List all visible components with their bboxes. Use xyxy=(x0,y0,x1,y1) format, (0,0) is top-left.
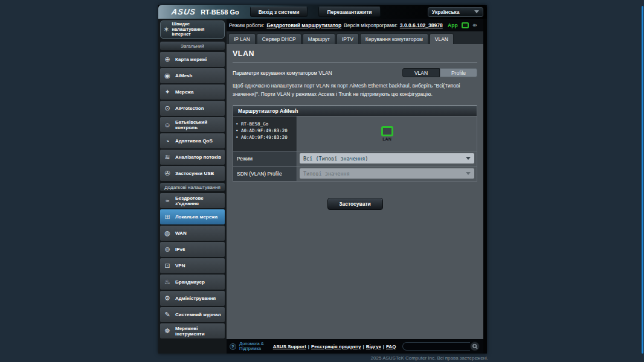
sidebar-item-usb-apps[interactable]: ✇ Застосунки USB xyxy=(160,166,225,181)
app-link[interactable]: App xyxy=(448,22,458,28)
vlan-page: VLAN Параметри керування комутатором VLA… xyxy=(227,44,483,339)
sdn-profile-row-label: SDN (VLAN) Profile xyxy=(233,167,297,181)
footer-link-faq[interactable]: FAQ xyxy=(386,344,396,349)
tab-switch-control[interactable]: Керування комутатором xyxy=(360,33,428,44)
sidebar-item-firewall[interactable]: ♨ Брандмауер xyxy=(160,275,225,290)
device-name: RT-BE58_Go xyxy=(241,121,268,127)
vlan-description: Щоб одночасно налаштувати порт VLAN як п… xyxy=(233,82,477,98)
shield-icon: ⊙ xyxy=(163,104,172,112)
parental-control-icon: ☺ xyxy=(163,121,172,129)
toggle-profile-button[interactable]: Profile xyxy=(440,68,477,77)
usb-apps-icon: ✇ xyxy=(163,170,172,177)
sidebar-item-vpn[interactable]: ⊡ VPN xyxy=(160,258,225,273)
chevron-down-icon xyxy=(474,10,479,13)
sidebar-item-ipv6[interactable]: ⊚ IPv6 xyxy=(160,242,225,257)
footer-bar: ? Допомога & Підтримка ASUS Support|Реєс… xyxy=(227,339,483,354)
sidebar-item-aiprotection[interactable]: ⊙ AiProtection xyxy=(160,101,225,116)
traffic-analyzer-icon: ≋ xyxy=(163,153,172,161)
sidebar-item-parental-control[interactable]: ☺ Батьківський контроль xyxy=(160,117,225,132)
quick-setup-button[interactable]: ✶ Швидке налаштування Інтернет xyxy=(160,21,225,39)
tools-icon: ☸ xyxy=(163,327,172,335)
lan-port-label: LAN xyxy=(382,137,391,141)
wireless-icon: ≈ xyxy=(163,197,172,205)
sidebar-item-traffic-analyzer[interactable]: ≋ Аналізатор потоків xyxy=(160,150,225,165)
usb-status-icon[interactable]: ⇻ xyxy=(472,22,477,28)
status-bar: Режим роботи: Бездротовий маршрутизатор … xyxy=(227,19,483,31)
toggle-vlan-button[interactable]: VLAN xyxy=(402,68,440,77)
vpn-icon: ⊡ xyxy=(163,262,172,270)
sidebar-item-wan[interactable]: ◍ WAN xyxy=(160,226,225,241)
search-input[interactable] xyxy=(402,342,470,351)
router-model: RT-BE58 Go xyxy=(201,8,239,16)
gear-icon: ⚙ xyxy=(163,294,172,302)
qos-icon: ◔ xyxy=(163,138,172,145)
chevron-down-icon xyxy=(466,157,471,160)
page-title: VLAN xyxy=(233,49,477,63)
firmware-version-link[interactable]: 3.0.0.6.102_38978 xyxy=(400,22,443,28)
top-banner: ASUS RT-BE58 Go Вихід з системи Перезава… xyxy=(158,5,487,19)
device-info-cell: • RT-BE58_Go • A0:AD:9F:49:83:20 • A0:AD… xyxy=(233,116,297,151)
network-map-icon: ⊕ xyxy=(163,56,172,63)
sidebar-item-network-tools[interactable]: ☸ Мережеві інструменти xyxy=(160,323,225,338)
quick-setup-label: Швидке налаштування Інтернет xyxy=(172,22,222,37)
footer-link-feedback[interactable]: Відгук xyxy=(366,344,381,349)
apply-button[interactable]: Застосувати xyxy=(327,198,383,210)
logout-button[interactable]: Вихід з системи xyxy=(250,7,308,17)
firmware-label: Версія мікропрограми: xyxy=(344,22,398,28)
mode-dropdown[interactable]: Всі (Типові значення) xyxy=(300,153,474,164)
port-diagram-cell: LAN xyxy=(297,116,477,151)
reboot-button[interactable]: Перезавантажити xyxy=(318,7,380,17)
ipv6-icon: ⊚ xyxy=(163,246,172,253)
sidebar-item-network[interactable]: ✦ Мережа xyxy=(160,84,225,100)
quick-setup-icon: ✶ xyxy=(163,25,169,34)
sidebar-item-network-map[interactable]: ⊕ Карта мережі xyxy=(160,52,225,67)
footer-link-product-registration[interactable]: Реєстрація продукту xyxy=(311,344,361,349)
sidebar-item-adaptive-qos[interactable]: ◔ Адаптивна QoS xyxy=(160,133,225,148)
section-header-advanced: Додаткові налаштування xyxy=(160,183,225,191)
vlan-profile-toggle: VLAN Profile xyxy=(402,68,477,77)
wan-icon: ◍ xyxy=(163,229,172,237)
aimesh-router-table: Маршрутизатор AiMesh • RT-BE58_Go • A0:A… xyxy=(233,105,477,182)
operation-mode-label: Режим роботи: xyxy=(229,22,264,28)
sdn-profile-dropdown: Типові значення xyxy=(300,168,474,179)
lan-port-icon xyxy=(381,126,393,136)
router-admin-window: ASUS RT-BE58 Go Вихід з системи Перезава… xyxy=(158,5,487,354)
sidebar-item-wireless[interactable]: ≈ Бездротове з'єднання xyxy=(160,193,225,208)
tab-route[interactable]: Маршрут xyxy=(303,33,335,44)
search-icon[interactable] xyxy=(470,341,480,351)
sidebar: ✶ Швидке налаштування Інтернет Загальний… xyxy=(158,19,227,354)
language-selector[interactable]: Українська xyxy=(428,7,483,17)
vlan-params-label: Параметри керування комутатором VLAN xyxy=(233,70,332,76)
copyright-text: 2025 ASUSTeK Computer Inc. Всі права зас… xyxy=(371,355,488,361)
aimesh-icon: ◉ xyxy=(163,72,172,80)
lan-tab-bar: IP LAN Сервер DHCP Маршрут IPTV Керуванн… xyxy=(227,31,483,44)
sidebar-item-aimesh[interactable]: ◉ AiMesh xyxy=(160,68,225,83)
aimesh-table-header: Маршрутизатор AiMesh xyxy=(233,106,477,116)
sidebar-item-system-log[interactable]: ✎ Системний журнал xyxy=(160,307,225,322)
footer-links: ASUS Support|Реєстрація продукту|Відгук|… xyxy=(273,344,396,349)
tab-iptv[interactable]: IPTV xyxy=(336,33,359,44)
help-support-label: Допомога & Підтримка xyxy=(239,341,264,352)
section-header-general: Загальний xyxy=(160,42,225,50)
remote-connection-icon[interactable] xyxy=(462,22,469,28)
language-label: Українська xyxy=(432,9,460,15)
sidebar-item-lan[interactable]: ⊞ Локальна мережа xyxy=(160,209,225,224)
device-mac-1: A0:AD:9F:49:83:20 xyxy=(241,128,288,133)
scrollbar[interactable] xyxy=(642,6,643,354)
asus-logo: ASUS xyxy=(171,7,196,16)
chevron-down-icon xyxy=(466,172,471,175)
device-mac-2: A0:AD:9F:49:83:20 xyxy=(241,135,288,140)
tab-ip-lan[interactable]: IP LAN xyxy=(228,33,256,44)
help-icon[interactable]: ? xyxy=(230,343,236,350)
operation-mode-link[interactable]: Бездротовий маршрутизатор xyxy=(266,22,341,28)
mode-row-label: Режим xyxy=(233,151,297,166)
lan-icon: ⊞ xyxy=(163,213,172,221)
firewall-icon: ♨ xyxy=(163,278,172,286)
log-icon: ✎ xyxy=(163,311,172,319)
network-icon: ✦ xyxy=(163,88,172,96)
footer-link-asus-support[interactable]: ASUS Support xyxy=(273,344,306,349)
tab-vlan[interactable]: VLAN xyxy=(430,33,454,44)
tab-dhcp-server[interactable]: Сервер DHCP xyxy=(257,33,301,44)
sidebar-item-administration[interactable]: ⚙ Адміністрування xyxy=(160,291,225,306)
